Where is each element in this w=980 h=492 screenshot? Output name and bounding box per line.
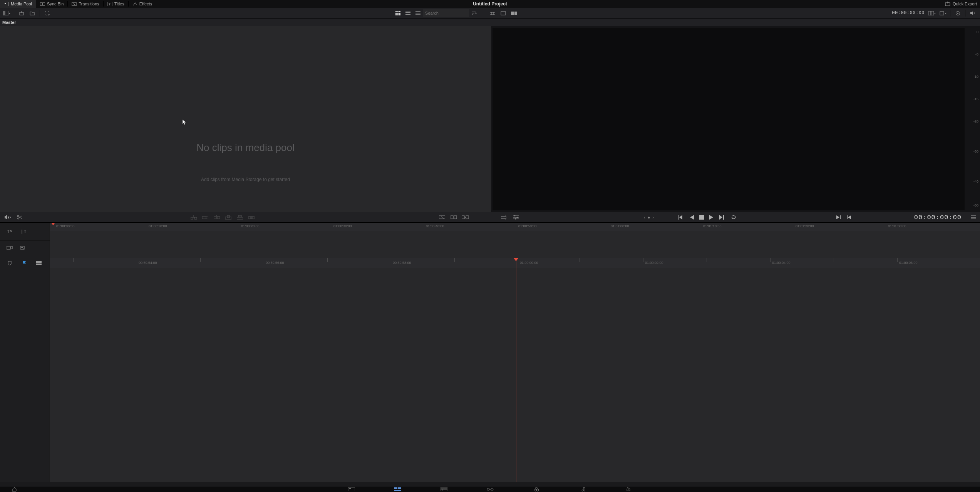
dual-viewer-button[interactable] <box>509 9 519 17</box>
next-edit-button[interactable]: › <box>652 215 654 220</box>
svg-rect-13 <box>395 11 397 12</box>
play-reverse-button[interactable] <box>689 215 694 220</box>
quick-export-button[interactable]: Quick Export <box>945 2 977 6</box>
page-media[interactable] <box>346 487 357 492</box>
viewer-timecode[interactable]: 00:00:00:00 <box>892 10 925 16</box>
tools-dissolve-button[interactable] <box>437 213 447 222</box>
svg-rect-1 <box>5 3 6 4</box>
source-overwrite-button[interactable] <box>246 213 256 222</box>
import-folder-button[interactable] <box>27 9 37 17</box>
svg-rect-3 <box>43 3 45 5</box>
jump-start-button[interactable] <box>678 215 684 220</box>
sync-clips-button[interactable] <box>42 9 52 17</box>
transport-timecode[interactable]: 00:00:00:00 <box>914 214 962 221</box>
media-pool-panel[interactable]: No clips in media pool Add clips from Me… <box>0 26 491 212</box>
source-tape-icon <box>490 11 495 15</box>
marker-tool-button[interactable] <box>5 259 15 267</box>
safe-area-button[interactable]: ▾ <box>927 9 937 17</box>
close-up-button[interactable] <box>223 213 233 222</box>
audio-track-lock-button[interactable]: T <box>18 227 28 236</box>
upper-panels: No clips in media pool Add clips from Me… <box>0 26 980 212</box>
sort-button[interactable] <box>469 9 479 17</box>
timeline-options-button[interactable] <box>511 213 521 222</box>
split-clip-button[interactable] <box>15 213 25 222</box>
single-viewer-button[interactable] <box>498 9 508 17</box>
ruler-tick: 01:00:20:00 <box>241 224 260 228</box>
overview-ruler[interactable]: 01:00:00:00 01:00:10:00 01:00:20:00 01:0… <box>50 223 980 258</box>
svg-rect-53 <box>214 217 216 219</box>
stop-button[interactable] <box>699 215 704 220</box>
go-to-in-button[interactable] <box>836 215 841 220</box>
tools-cut-button[interactable] <box>449 213 459 222</box>
resolve-color-button[interactable] <box>953 9 963 17</box>
place-on-top-button[interactable] <box>235 213 245 222</box>
viewer-panel[interactable]: 0 -5 -10 -15 -20 -30 -40 -50 <box>491 26 980 212</box>
svg-rect-91 <box>394 487 397 489</box>
svg-rect-64 <box>454 216 457 219</box>
thumbnail-view-button[interactable] <box>393 9 403 17</box>
page-fairlight[interactable] <box>577 487 588 492</box>
svg-line-62 <box>441 216 444 219</box>
tab-titles[interactable]: T Titles <box>104 0 128 8</box>
page-deliver[interactable] <box>623 487 635 492</box>
tab-media-pool[interactable]: Media Pool <box>0 0 36 8</box>
tab-effects[interactable]: Effects <box>129 0 156 8</box>
chevron-down-icon: ▾ <box>934 12 936 15</box>
search-input[interactable] <box>423 9 469 17</box>
ruler-tick: 01:00:02:00 <box>645 261 663 265</box>
tab-transitions[interactable]: Transitions <box>68 0 103 8</box>
svg-rect-10 <box>3 11 5 15</box>
audio-only-button[interactable] <box>18 243 28 252</box>
video-track-lock-button[interactable]: T <box>5 227 15 236</box>
bin-list-button[interactable]: ▾ <box>2 9 12 17</box>
tab-sync-bin[interactable]: Sync Bin <box>36 0 67 8</box>
source-tape-button[interactable] <box>487 9 498 17</box>
page-cut[interactable] <box>392 487 404 492</box>
meter-tick: 0 <box>977 30 978 34</box>
svg-text:T: T <box>109 3 111 6</box>
list-view-button[interactable] <box>413 9 423 17</box>
timeline-canvas[interactable]: 00:59:54:00 00:59:56:00 00:59:58:00 01:0… <box>50 258 980 482</box>
play-button[interactable] <box>709 215 714 220</box>
audio-meter: 0 -5 -10 -15 -20 -30 -40 -50 <box>966 26 980 212</box>
ruler-tick: 01:00:00:00 <box>56 224 75 228</box>
smart-insert-button[interactable] <box>189 213 199 222</box>
go-to-out-button[interactable] <box>846 215 852 220</box>
page-edit[interactable] <box>438 487 450 492</box>
loop-button[interactable] <box>731 215 737 220</box>
page-fusion[interactable] <box>484 487 496 492</box>
video-only-button[interactable] <box>5 243 15 252</box>
track-color-button[interactable] <box>34 259 44 267</box>
boring-detector-button[interactable] <box>3 213 13 222</box>
smooth-cut-icon <box>462 215 469 219</box>
svg-rect-33 <box>501 12 506 15</box>
timeline-side <box>0 258 50 482</box>
svg-rect-54 <box>217 217 220 219</box>
ripple-overwrite-button[interactable] <box>212 213 222 222</box>
svg-rect-30 <box>490 12 495 15</box>
timeline-menu-button[interactable] <box>971 215 976 219</box>
svg-text:T: T <box>24 230 26 234</box>
home-button[interactable] <box>12 487 17 492</box>
svg-point-97 <box>487 488 489 490</box>
svg-rect-0 <box>4 2 9 6</box>
timeline-ruler[interactable]: 00:59:54:00 00:59:56:00 00:59:58:00 01:0… <box>50 258 980 268</box>
append-button[interactable] <box>200 213 210 222</box>
jump-end-button[interactable] <box>719 215 725 220</box>
zoom-button[interactable]: ▾ <box>938 9 948 17</box>
svg-rect-21 <box>399 14 400 15</box>
sliders-icon <box>513 215 519 220</box>
strip-view-button[interactable] <box>403 9 413 17</box>
page-color[interactable] <box>531 487 542 492</box>
import-media-button[interactable] <box>17 9 27 17</box>
snapping-button[interactable] <box>499 213 509 222</box>
single-viewer-icon <box>501 11 506 15</box>
svg-rect-79 <box>847 215 848 219</box>
meter-tick: -5 <box>975 52 978 56</box>
prev-edit-button[interactable]: ‹ <box>644 215 645 220</box>
svg-point-41 <box>957 13 958 14</box>
audio-mute-button[interactable] <box>968 9 978 17</box>
flag-tool-button[interactable] <box>19 259 29 267</box>
breadcrumb[interactable]: Master <box>2 20 16 25</box>
tools-smooth-cut-button[interactable] <box>460 213 470 222</box>
